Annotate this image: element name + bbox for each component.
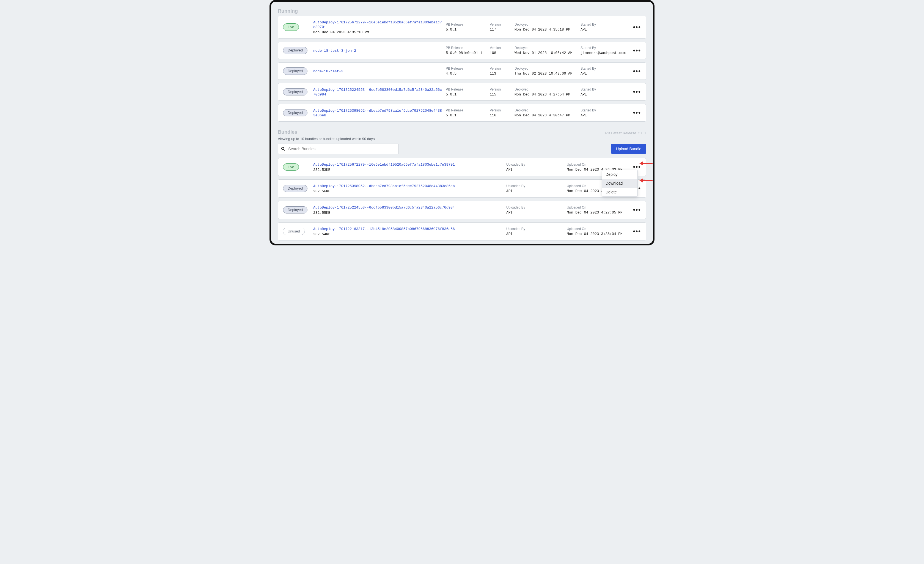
uploaded-by-col: Uploaded ByAPI xyxy=(506,227,567,236)
started-by-col: Started Byjimenezs@washpost.com xyxy=(580,46,633,55)
pb-release-label: PB Release xyxy=(446,66,487,71)
deployed-value: Mon Dec 04 2023 4:35:18 PM xyxy=(514,27,578,32)
deployment-name-link[interactable]: AutoDeploy-1701725398052--dbeab7ed798aa1… xyxy=(313,109,442,117)
started-by-value: API xyxy=(580,27,630,32)
row-actions-menu: DeployDownloadDelete xyxy=(602,170,638,197)
version-label: Version xyxy=(490,87,512,91)
status-badge: Live xyxy=(283,164,299,171)
row-actions-icon[interactable]: ••• xyxy=(633,230,641,233)
started-by-label: Started By xyxy=(580,87,630,91)
deployment-date: Mon Dec 04 2023 4:35:18 PM xyxy=(313,30,442,35)
row-actions-icon[interactable]: ••• xyxy=(633,165,641,168)
uploaded-on-value: Mon Dec 04 2023 4:27:05 PM xyxy=(567,211,630,215)
version-value: 116 xyxy=(490,113,512,117)
bundles-list: LiveAutoDeploy-1701725672279--16e6e1ebdf… xyxy=(278,158,646,241)
deployment-name-link[interactable]: AutoDeploy-1701725672279--16e6e1ebdf1052… xyxy=(313,20,442,29)
started-by-label: Started By xyxy=(580,66,630,71)
uploaded-on-label: Uploaded On xyxy=(567,206,630,209)
status-col: Deployed xyxy=(283,68,313,75)
name-col: AutoDeploy-1701725224553--6ccfb583300bd1… xyxy=(313,87,446,96)
row-actions-icon[interactable]: ••• xyxy=(633,111,641,114)
menu-download[interactable]: Download xyxy=(602,179,638,188)
status-badge: Deployed xyxy=(283,109,308,117)
deployed-label: Deployed xyxy=(514,46,578,50)
status-badge: Unused xyxy=(283,228,305,235)
bundles-toolbar: Upload Bundle xyxy=(278,144,646,154)
uploaded-by-value: API xyxy=(506,168,564,171)
status-col: Live xyxy=(283,23,313,31)
started-by-value: API xyxy=(580,113,630,117)
started-by-col: Started ByAPI xyxy=(580,108,633,117)
search-icon xyxy=(281,146,285,151)
uploaded-on-col: Uploaded OnMon Dec 04 2023 3:36:04 PM xyxy=(567,227,633,236)
bundle-name-link[interactable]: AutoDeploy-1701725224553--6ccfb583300bd1… xyxy=(313,206,455,210)
app-frame: Running LiveAutoDeploy-1701725672279--16… xyxy=(270,0,654,245)
row-actions-icon[interactable]: ••• xyxy=(633,209,641,211)
deployed-value: Mon Dec 04 2023 4:27:54 PM xyxy=(514,92,578,96)
pb-latest-release: PB Latest Release 5.0.1 xyxy=(605,131,646,135)
pb-release-col: PB Release4.0.5 xyxy=(446,66,490,76)
row-actions-icon[interactable]: ••• xyxy=(633,26,641,29)
search-bundles-wrap[interactable] xyxy=(278,144,399,154)
deployed-col: DeployedWed Nov 01 2023 10:05:42 AM xyxy=(514,46,580,55)
uploaded-by-label: Uploaded By xyxy=(506,162,564,167)
deployed-col: DeployedMon Dec 04 2023 4:30:47 PM xyxy=(514,108,580,117)
running-row: DeployedAutoDeploy-1701725224553--6ccfb5… xyxy=(278,83,646,101)
status-badge: Deployed xyxy=(283,47,308,54)
running-title: Running xyxy=(278,8,298,14)
pb-latest-label: PB Latest Release xyxy=(605,131,636,135)
started-by-label: Started By xyxy=(580,46,630,50)
svg-line-1 xyxy=(284,149,285,150)
name-col: AutoDeploy-1701725672279--16e6e1ebdf1052… xyxy=(313,20,446,35)
uploaded-by-col: Uploaded ByAPI xyxy=(506,162,567,171)
bundle-name-link[interactable]: AutoDeploy-1701725398052--dbeab7ed798aa1… xyxy=(313,184,455,188)
deployed-label: Deployed xyxy=(514,87,578,91)
uploaded-by-label: Uploaded By xyxy=(506,227,564,231)
uploaded-by-value: API xyxy=(506,189,564,193)
pb-release-value: 5.0.0-081e0ec91-1 xyxy=(446,51,487,55)
started-by-col: Started ByAPI xyxy=(580,23,633,32)
upload-bundle-button[interactable]: Upload Bundle xyxy=(611,144,646,154)
started-by-value: jimenezs@washpost.com xyxy=(580,51,630,55)
status-col: Deployed xyxy=(283,109,313,117)
row-actions-icon[interactable]: ••• xyxy=(633,49,641,52)
version-value: 115 xyxy=(490,92,512,96)
pb-release-value: 5.0.1 xyxy=(446,27,487,32)
annotation-arrow-icon xyxy=(639,161,652,166)
menu-deploy[interactable]: Deploy xyxy=(602,170,638,179)
deployment-name-link[interactable]: node-18-test-3 xyxy=(313,69,343,74)
uploaded-by-label: Uploaded By xyxy=(506,184,564,188)
deployed-value: Wed Nov 01 2023 10:05:42 AM xyxy=(514,51,578,55)
deployed-label: Deployed xyxy=(514,23,578,26)
pb-release-value: 5.0.1 xyxy=(446,92,487,96)
pb-release-value: 4.0.5 xyxy=(446,72,487,76)
bundle-size: 232.53KB xyxy=(313,168,503,172)
status-badge: Live xyxy=(283,23,299,31)
running-row: Deployednode-18-test-3-jon-2PB Release5.… xyxy=(278,42,646,59)
menu-delete[interactable]: Delete xyxy=(602,188,638,196)
uploaded-by-label: Uploaded By xyxy=(506,206,564,209)
deployment-name-link[interactable]: node-18-test-3-jon-2 xyxy=(313,49,356,53)
pb-release-label: PB Release xyxy=(446,87,487,91)
name-col: AutoDeploy-1701725672279--16e6e1ebdf1052… xyxy=(313,162,506,172)
pb-release-col: PB Release5.0.1 xyxy=(446,87,490,96)
deployment-name-link[interactable]: AutoDeploy-1701725224553--6ccfb583300bd1… xyxy=(313,88,442,96)
bundle-name-link[interactable]: AutoDeploy-1701725672279--16e6e1ebdf1052… xyxy=(313,162,455,167)
bundles-title: Bundles xyxy=(278,129,297,135)
bundle-size: 232.56KB xyxy=(313,189,503,193)
search-bundles-input[interactable] xyxy=(285,144,399,153)
bundle-row: DeployedAutoDeploy-1701725224553--6ccfb5… xyxy=(278,201,646,219)
uploaded-by-value: API xyxy=(506,211,564,215)
deployed-col: DeployedMon Dec 04 2023 4:35:18 PM xyxy=(514,23,580,32)
status-badge: Deployed xyxy=(283,206,308,214)
uploaded-on-value: Mon Dec 04 2023 3:36:04 PM xyxy=(567,232,630,236)
version-col: Version117 xyxy=(490,23,514,32)
pb-latest-value: 5.0.1 xyxy=(638,131,646,135)
row-actions-icon[interactable]: ••• xyxy=(633,70,641,73)
row-actions-icon[interactable]: ••• xyxy=(633,90,641,93)
version-value: 108 xyxy=(490,51,512,55)
pb-release-label: PB Release xyxy=(446,108,487,112)
status-col: Unused xyxy=(283,228,313,235)
version-col: Version115 xyxy=(490,87,514,96)
bundle-name-link[interactable]: AutoDeploy-1701722163317--13b4519e205840… xyxy=(313,227,455,231)
